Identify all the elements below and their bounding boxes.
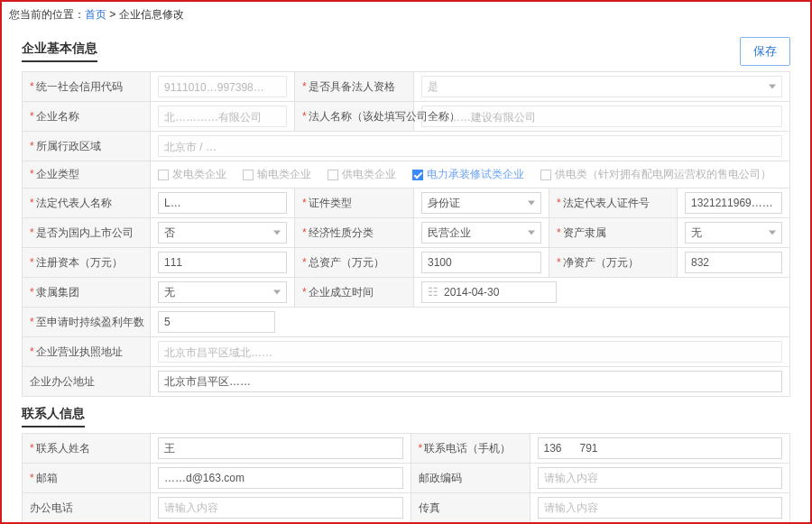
profit-years-input[interactable] [158,311,275,333]
check-transmission[interactable]: 输电类企业 [243,167,311,182]
chevron-down-icon [528,201,535,206]
company-name-value: 北…………有限公司 [158,106,287,127]
breadcrumb: 您当前的位置：首页 > 企业信息修改 [9,5,790,32]
fax-input[interactable] [538,497,783,519]
group-select[interactable]: 无 [158,281,287,303]
enterprise-type-checks: 发电类企业 输电类企业 供电类企业 电力承装修试类企业 供电类（针对拥有配电网运… [158,167,782,182]
total-assets-input[interactable] [421,252,541,273]
chevron-down-icon [273,231,281,235]
legal-rep-input[interactable] [158,192,287,214]
save-button[interactable]: 保存 [740,37,790,66]
check-retail-grid[interactable]: 供电类（针对拥有配电网运营权的售电公司） [540,167,771,182]
basic-info-table: *统一社会信用代码 9111010…997398… *是否具备法人资格 是 *企… [22,71,790,397]
listed-select[interactable]: 否 [158,222,287,244]
legal-fullname-value: …………建设有限公司 [421,106,782,127]
calendar-icon: ☷ [428,282,438,302]
breadcrumb-current: 企业信息修改 [119,8,184,21]
office-tel-input[interactable] [158,497,403,519]
id-type-select[interactable]: 身份证 [421,192,541,214]
legal-qualification-select[interactable]: 是 [421,76,782,97]
chevron-down-icon [273,290,281,295]
section-title-basic: 企业基本信息 [22,41,97,62]
econ-select[interactable]: 民营企业 [421,222,541,244]
region-value: 北京市 / … [158,135,782,157]
license-addr-value: 北京市昌平区域北…… [158,341,782,363]
chevron-down-icon [769,231,776,235]
postcode-input[interactable] [538,467,783,489]
chevron-down-icon [528,231,535,235]
net-assets-input[interactable] [685,252,782,273]
legal-id-input[interactable] [685,192,782,214]
check-install-repair[interactable]: 电力承装修试类企业 [412,167,524,182]
uscc-value: 9111010…997398… [158,76,287,97]
reg-capital-input[interactable] [158,252,287,273]
chevron-down-icon [769,85,776,89]
section-title-contact: 联系人信息 [22,406,85,427]
office-addr-input[interactable] [158,371,782,392]
check-supply[interactable]: 供电类企业 [328,167,396,182]
email-input[interactable] [158,467,403,489]
check-power-gen[interactable]: 发电类企业 [158,167,226,182]
breadcrumb-home[interactable]: 首页 [85,8,106,21]
asset-attr-select[interactable]: 无 [685,222,782,244]
contact-phone-input[interactable] [538,437,783,459]
contact-name-input[interactable] [158,437,403,459]
contact-info-table: *联系人姓名 *联系电话（手机） *邮箱 邮政编码 办公电话 传真 *法定代表人… [22,433,790,524]
estab-date-picker[interactable]: ☷2014-04-30 [421,281,557,303]
